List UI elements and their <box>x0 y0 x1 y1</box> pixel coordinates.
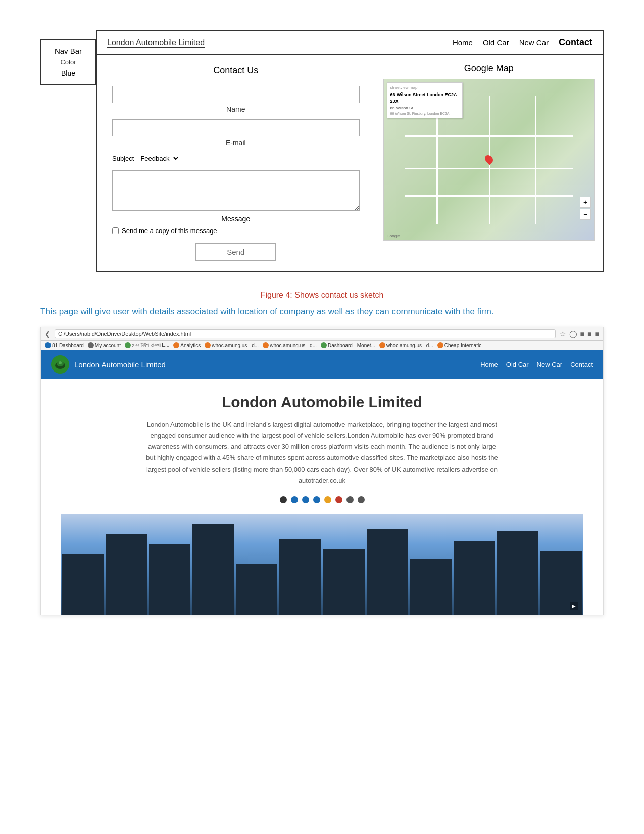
map-zoom-out[interactable]: − <box>580 209 591 220</box>
hero-overlay: ▶ <box>570 602 578 610</box>
wf-map-container: streetview map 66 Wilson Street London E… <box>383 79 595 241</box>
bookmark-icon-analytics <box>173 342 179 348</box>
site-main-desc: London Automobile is the UK and Ireland'… <box>145 419 499 486</box>
bookmark-label-bengali: দেবর টাইপ তাকথা E... <box>132 342 169 348</box>
refresh-icon[interactable]: ◯ <box>569 330 577 338</box>
map-address-bold: 66 Wilson Street London EC2A 2JX <box>390 91 459 104</box>
dot-3[interactable] <box>302 496 309 503</box>
map-zoom-controls: + − <box>580 197 591 220</box>
bookmark-label-myaccount: My account <box>95 343 121 348</box>
wf-name-field[interactable] <box>112 86 360 103</box>
bookmark-label-analytics: Analytics <box>180 343 201 348</box>
bookmark-icon-cheap <box>437 342 443 348</box>
wf-email-label: E-mail <box>112 138 360 147</box>
site-navbar: London Automobile Limited Home Old Car N… <box>41 350 603 379</box>
wf-copy-checkbox[interactable] <box>112 227 119 234</box>
bookmark-myaccount[interactable]: My account <box>88 342 121 348</box>
map-road-v3 <box>535 96 536 224</box>
site-main-title: London Automobile Limited <box>61 394 583 411</box>
bookmark-analytics[interactable]: Analytics <box>173 342 201 348</box>
dot-7[interactable] <box>346 496 354 503</box>
wf-send-button[interactable]: Send <box>195 243 276 261</box>
site-nav-oldcar[interactable]: Old Car <box>506 361 529 368</box>
browser-back-btn[interactable]: ❮ <box>45 330 51 338</box>
building-6 <box>279 539 321 615</box>
hero-image: ▶ <box>61 514 583 615</box>
wireframe-section: Nav Bar Color Blue London Automobile Lim… <box>0 0 644 283</box>
menu-icon[interactable]: ■ <box>580 330 584 338</box>
site-nav-home[interactable]: Home <box>480 361 498 368</box>
bookmark-label-dashboard: 81 Dashboard <box>52 343 84 348</box>
bookmark-cheap[interactable]: Cheap Internatic <box>437 342 481 348</box>
wf-nav-links: Home Old Car New Car Contact <box>453 37 592 48</box>
dot-5[interactable] <box>324 496 331 503</box>
map-info-box: streetview map 66 Wilson Street London E… <box>387 82 463 118</box>
wf-nav-oldcar: Old Car <box>483 38 509 47</box>
wf-email-field[interactable] <box>112 119 360 136</box>
wf-checkbox-row: Send me a copy of this message <box>112 227 360 235</box>
fullscreen-icon[interactable]: ■ <box>595 330 599 338</box>
browser-chrome: ❮ C:/Users/nabid/OneDrive/Desktop/WebSit… <box>41 327 603 341</box>
wf-subject-select[interactable]: Feedback General Support <box>136 153 180 164</box>
dot-8[interactable] <box>358 496 365 503</box>
site-brand-logo <box>51 355 69 374</box>
bookmark-whoc1[interactable]: whoc.amung.us - d... <box>205 342 259 348</box>
bookmark-icon-myaccount <box>88 342 94 348</box>
map-address-line3: 66 Wilson St, Finsbury, London EC2A <box>390 111 459 116</box>
bookmark-icon-dashboard2 <box>321 342 327 348</box>
bookmark-dashboard[interactable]: 81 Dashboard <box>45 342 84 348</box>
wf-map-title: Google Map <box>383 63 595 74</box>
wf-nav-home: Home <box>453 38 473 47</box>
bookmark-icon-whoc3 <box>379 342 385 348</box>
hero-buildings <box>61 524 583 615</box>
site-nav-contact[interactable]: Contact <box>570 361 593 368</box>
building-8 <box>367 529 408 615</box>
wf-contact-form: Contact Us Name E-mail Subject Feedback … <box>97 55 375 271</box>
site-main: London Automobile Limited London Automob… <box>41 379 603 615</box>
bookmark-whoc2[interactable]: whoc.amung.us - d... <box>263 342 317 348</box>
figure-caption: Figure 4: Shows contact us sketch <box>0 291 644 300</box>
map-zoom-in[interactable]: + <box>580 197 591 208</box>
site-brand-text: London Automobile Limited <box>74 360 166 369</box>
dot-2[interactable] <box>291 496 298 503</box>
wf-message-textarea[interactable] <box>112 170 360 211</box>
bookmark-whoc3[interactable]: whoc.amung.us - d... <box>379 342 433 348</box>
bookmark-dashboard2[interactable]: Dashboard - Monet... <box>321 342 375 348</box>
wf-name-label: Name <box>112 105 360 113</box>
site-nav-newcar[interactable]: New Car <box>537 361 563 368</box>
browser-window: ❮ C:/Users/nabid/OneDrive/Desktop/WebSit… <box>40 327 604 615</box>
browser-icons: ☆ ◯ ■ ■ ■ <box>560 330 599 338</box>
building-4 <box>192 524 234 615</box>
wf-nav-newcar: New Car <box>519 38 549 47</box>
dot-4[interactable] <box>313 496 320 503</box>
bookmark-icon-whoc2 <box>263 342 269 348</box>
dot-6[interactable] <box>335 496 342 503</box>
site-nav-left: London Automobile Limited <box>51 355 166 374</box>
map-google-label: Google <box>387 234 400 238</box>
bookmark-label-cheap: Cheap Internatic <box>444 343 481 348</box>
wf-copy-label: Send me a copy of this message <box>122 227 217 235</box>
building-1 <box>62 554 104 615</box>
bookmark-icon-whoc1 <box>205 342 211 348</box>
dot-1[interactable] <box>280 496 287 503</box>
contact-form-title: Contact Us <box>112 65 360 76</box>
wf-brand: London Automobile Limited <box>107 38 205 48</box>
map-pin <box>483 154 494 165</box>
wf-map-side: Google Map streetview map 66 Wilso <box>375 55 603 271</box>
browser-url-bar[interactable]: C:/Users/nabid/OneDrive/Desktop/WebSite/… <box>55 329 556 338</box>
map-address-line2: 66 Wilson St <box>390 105 459 111</box>
color-label: Color <box>60 57 76 68</box>
wf-content: Contact Us Name E-mail Subject Feedback … <box>97 55 603 271</box>
dot-nav <box>61 496 583 503</box>
wf-nav-contact: Contact <box>559 37 592 48</box>
wireframe-navbar: London Automobile Limited Home Old Car N… <box>97 31 603 55</box>
close-icon[interactable]: ■ <box>587 330 591 338</box>
map-info-header: streetview map <box>390 85 459 90</box>
building-9 <box>410 559 452 615</box>
bookmark-bengali[interactable]: দেবর টাইপ তাকথা E... <box>125 342 169 348</box>
building-11 <box>497 531 538 615</box>
site-nav-links: Home Old Car New Car Contact <box>480 361 593 368</box>
building-7 <box>323 549 364 615</box>
bookmark-icon[interactable]: ☆ <box>560 330 566 338</box>
wf-subject-label: Subject <box>112 155 134 162</box>
